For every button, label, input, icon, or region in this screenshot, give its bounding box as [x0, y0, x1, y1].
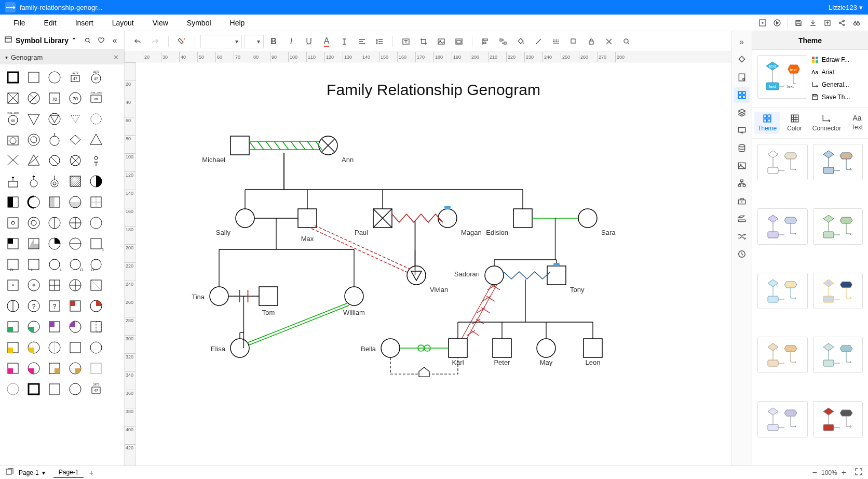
theme-card[interactable] [813, 208, 863, 245]
distribute-button[interactable] [495, 34, 511, 49]
rail-layers-icon[interactable] [734, 105, 750, 121]
play-icon[interactable] [770, 16, 784, 30]
symbol-cell[interactable]: 70 [46, 89, 63, 107]
symbol-cell[interactable]: 70 [66, 89, 84, 107]
symbol-cell[interactable]: 681936—2006 [4, 110, 22, 128]
tab-connector[interactable]: Connector [809, 112, 844, 134]
menu-file[interactable]: File [4, 16, 35, 30]
symbol-cell[interactable] [25, 152, 43, 169]
symbol-cell[interactable] [87, 172, 105, 190]
zoom-out-button[interactable]: − [812, 468, 817, 477]
symbol-cell[interactable]: O [66, 256, 84, 273]
symbol-cell[interactable] [4, 69, 22, 86]
symbol-cell[interactable]: O [87, 256, 105, 273]
container-button[interactable] [451, 34, 467, 49]
symbol-cell[interactable]: L [25, 256, 43, 273]
lock-button[interactable] [584, 34, 599, 49]
symbol-cell[interactable] [87, 110, 105, 128]
page-tab[interactable]: Page-1 [53, 468, 84, 478]
symbol-cell[interactable] [4, 318, 22, 336]
symbol-cell[interactable] [4, 235, 22, 252]
redo-button[interactable] [147, 34, 163, 49]
symbol-cell[interactable] [25, 339, 43, 356]
symbol-cell[interactable] [46, 276, 63, 294]
symbol-cell[interactable] [66, 131, 84, 149]
theme-card[interactable] [813, 401, 863, 437]
canvas[interactable]: Family Relationship Genogram MichaelAnnS… [136, 62, 731, 465]
save-icon[interactable] [791, 16, 806, 30]
symbol-cell[interactable] [46, 360, 63, 377]
symbol-cell[interactable] [4, 131, 22, 149]
symbol-cell[interactable] [66, 110, 84, 128]
theme-format-option[interactable]: Edraw F... [811, 55, 863, 64]
symbol-cell[interactable] [87, 339, 105, 356]
page-selector[interactable]: Page-1▾ [19, 469, 45, 476]
symbol-cell[interactable] [87, 318, 105, 336]
symbol-cell[interactable] [46, 235, 63, 252]
rail-image-icon[interactable] [734, 158, 750, 174]
menu-insert[interactable]: Insert [66, 16, 103, 30]
font-size-select[interactable]: ▾ [244, 35, 264, 48]
pages-icon[interactable] [5, 468, 13, 477]
menu-edit[interactable]: Edit [35, 16, 66, 30]
symbol-cell[interactable] [66, 276, 84, 294]
menu-symbol[interactable]: Symbol [178, 16, 221, 30]
symbol-cell[interactable] [25, 172, 43, 190]
symbol-cell[interactable] [66, 380, 84, 398]
binoculars-icon[interactable] [849, 16, 864, 30]
symbol-cell[interactable] [25, 214, 43, 232]
text-box-button[interactable] [398, 34, 414, 49]
symbol-cell[interactable] [66, 172, 84, 190]
symbol-cell[interactable] [4, 152, 22, 169]
close-icon[interactable]: ✕ [113, 54, 119, 61]
underline-button[interactable]: U [301, 34, 317, 49]
add-page-button[interactable]: + [89, 468, 93, 477]
symbol-cell[interactable] [46, 110, 63, 128]
symbol-cell[interactable] [66, 214, 84, 232]
theme-card[interactable] [813, 337, 863, 373]
symbol-cell[interactable] [87, 131, 105, 149]
symbol-cell[interactable]: 471970 [66, 69, 84, 86]
rail-present-icon[interactable] [734, 123, 750, 138]
symbol-cell[interactable]: 681936—2006 [87, 89, 105, 107]
symbol-cell[interactable] [25, 131, 43, 149]
theme-card[interactable] [757, 337, 808, 373]
symbol-cell[interactable] [25, 89, 43, 107]
download-icon[interactable] [806, 16, 820, 30]
symbol-cell[interactable]: 471970 [87, 380, 105, 398]
line-spacing-button[interactable] [372, 34, 387, 49]
rail-ruler-icon[interactable] [734, 211, 750, 227]
tools-button[interactable] [601, 34, 617, 49]
text-highlight-button[interactable] [336, 34, 352, 49]
search-canvas-button[interactable] [619, 34, 634, 49]
image-button[interactable] [433, 34, 449, 49]
symbol-cell[interactable] [46, 131, 63, 149]
zoom-in-button[interactable]: + [842, 468, 846, 477]
symbol-cell[interactable] [4, 214, 22, 232]
symbol-cell[interactable] [4, 172, 22, 190]
focus-mode-icon[interactable] [755, 16, 770, 30]
symbol-cell[interactable] [66, 360, 84, 377]
font-color-button[interactable]: A [319, 34, 334, 49]
symbol-cell[interactable] [87, 152, 105, 169]
symbol-cell[interactable] [4, 276, 22, 294]
theme-save-option[interactable]: Save Th... [811, 92, 863, 102]
export-icon[interactable] [820, 16, 835, 30]
symbol-cell[interactable] [87, 360, 105, 377]
align-button[interactable] [478, 34, 493, 49]
theme-connector-option[interactable]: General... [811, 80, 863, 89]
symbol-cell[interactable] [25, 276, 43, 294]
align-left-button[interactable] [354, 34, 370, 49]
rail-data-icon[interactable] [734, 140, 750, 156]
symbol-cell[interactable] [66, 235, 84, 252]
rail-cloud-icon[interactable] [734, 193, 750, 209]
symbol-cell[interactable] [4, 360, 22, 377]
crop-button[interactable] [416, 34, 431, 49]
symbol-cell[interactable]: S [87, 235, 105, 252]
rail-theme-icon[interactable] [734, 87, 750, 103]
symbol-cell[interactable] [87, 297, 105, 315]
symbol-cell[interactable] [4, 339, 22, 356]
line-style-button[interactable] [548, 34, 564, 49]
symbol-cell[interactable] [66, 297, 84, 315]
theme-font-option[interactable]: AaArial [811, 68, 863, 77]
